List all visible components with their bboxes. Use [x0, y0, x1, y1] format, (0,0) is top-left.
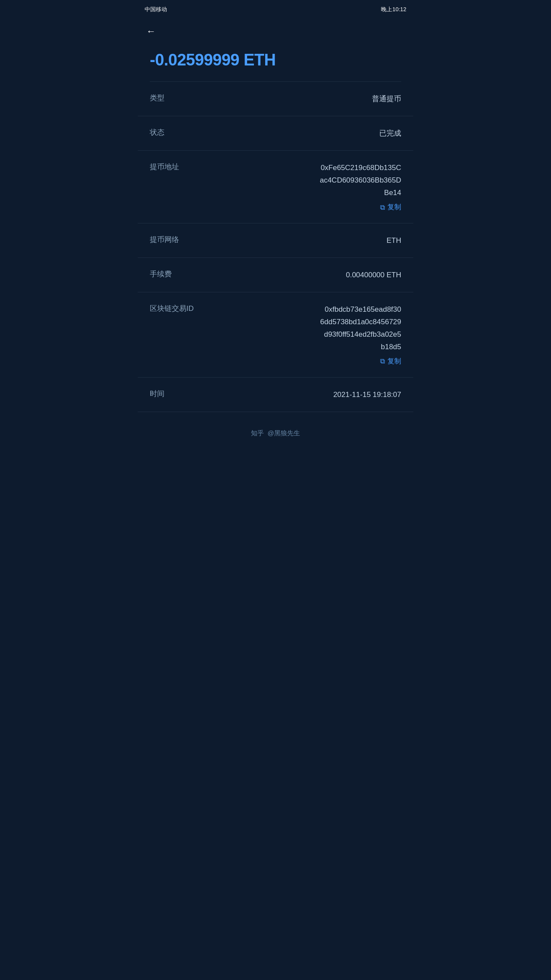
type-label: 类型 [150, 93, 193, 103]
txid-copy-icon: ⧉ [380, 357, 385, 365]
footer-platform: 知乎 [251, 429, 264, 437]
fee-row: 手续费 0.00400000 ETH [138, 258, 413, 292]
copy-icon: ⧉ [380, 204, 385, 211]
txid-copy-button[interactable]: ⧉ 复制 [150, 357, 401, 366]
txid-value: 0xfbdcb73e165ead8f306dd5738bd1a0c8456729… [320, 304, 401, 354]
time-row: 时间 2021-11-15 19:18:07 [138, 378, 413, 412]
back-button[interactable]: ← [138, 19, 413, 42]
status-label: 状态 [150, 127, 193, 137]
status-value: 已完成 [379, 127, 401, 139]
type-value: 普通提币 [372, 93, 401, 105]
address-copy-label: 复制 [387, 203, 401, 212]
time-value: 2021-11-15 19:18:07 [333, 389, 401, 400]
txid-label: 区块链交易ID [150, 304, 194, 313]
network-label: 提币网络 [150, 235, 193, 245]
time-text: 晚上10:12 [381, 6, 406, 13]
type-row: 类型 普通提币 [138, 82, 413, 116]
time-label: 时间 [150, 389, 193, 399]
status-bar: 中国移动 晚上10:12 [138, 0, 413, 19]
txid-section: 区块链交易ID 0xfbdcb73e165ead8f306dd5738bd1a0… [138, 292, 413, 378]
address-label: 提币地址 [150, 162, 193, 172]
footer-author: @黑狼先生 [267, 429, 300, 437]
back-arrow-icon: ← [146, 26, 156, 37]
txid-copy-label: 复制 [387, 357, 401, 366]
amount-value: -0.02599999 ETH [150, 51, 401, 69]
fee-label: 手续费 [150, 269, 193, 279]
address-section: 提币地址 0xFe65C219c68Db135Cac4CD60936036Bb3… [138, 151, 413, 223]
footer-watermark: 知乎 @黑狼先生 [138, 412, 413, 450]
txid-row: 区块链交易ID 0xfbdcb73e165ead8f306dd5738bd1a0… [150, 304, 401, 354]
address-value: 0xFe65C219c68Db135Cac4CD60936036Bb365DBe… [320, 162, 401, 199]
fee-value: 0.00400000 ETH [346, 269, 401, 281]
address-row: 提币地址 0xFe65C219c68Db135Cac4CD60936036Bb3… [150, 162, 401, 199]
address-copy-button[interactable]: ⧉ 复制 [150, 203, 401, 212]
status-row: 状态 已完成 [138, 116, 413, 151]
network-row: 提币网络 ETH [138, 223, 413, 258]
amount-section: -0.02599999 ETH [138, 42, 413, 81]
carrier-text: 中国移动 [145, 6, 167, 13]
network-value: ETH [387, 235, 401, 246]
